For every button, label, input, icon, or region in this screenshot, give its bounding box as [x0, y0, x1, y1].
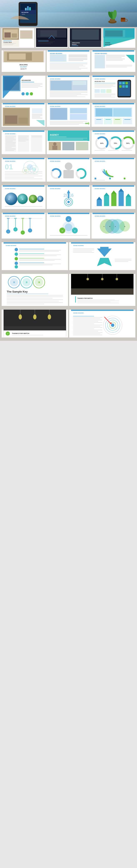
infographic-row8: ADOBE HEADING [0, 241, 137, 271]
template-starting-investment[interactable]: STARTING INVESTMENT [103, 28, 135, 48]
svg-rect-103 [22, 85, 40, 86]
svg-text:✓: ✓ [7, 333, 8, 335]
svg-rect-147 [3, 103, 44, 104]
svg-text:CLASSY: CLASSY [20, 66, 27, 68]
svg-text:ADOBE HEADING: ADOBE HEADING [95, 188, 105, 189]
template-3d-circles[interactable]: ADOBE HEADING [2, 185, 46, 209]
template-person-stat[interactable]: ADOBE HEADING [47, 158, 90, 182]
svg-rect-106 [22, 92, 25, 95]
template-arrow-infographic[interactable]: ADOBE HEADING [69, 242, 136, 270]
svg-rect-94 [106, 67, 127, 67]
svg-rect-171 [50, 124, 79, 125]
template-creative-work[interactable]: Creative Work [2, 28, 34, 48]
template-agency[interactable]: AGENCY [47, 130, 90, 154]
svg-rect-241 [108, 150, 119, 151]
svg-rect-422 [77, 300, 115, 300]
svg-rect-227 [52, 146, 57, 150]
svg-rect-116 [50, 91, 87, 92]
svg-rect-300 [97, 200, 102, 206]
svg-rect-370 [19, 254, 61, 255]
svg-rect-156 [32, 115, 42, 116]
template-interior-large[interactable]: ADOBE HEADING [2, 103, 46, 127]
template-vertical-timeline[interactable]: ADOBE HEADING [2, 242, 68, 270]
svg-text:A: A [104, 226, 105, 227]
template-house-chart[interactable]: ADOBE HEADING [91, 185, 135, 209]
svg-rect-459 [73, 327, 102, 328]
svg-rect-89 [106, 57, 122, 58]
svg-text:ADOBE HEADING: ADOBE HEADING [50, 53, 62, 54]
svg-rect-220 [50, 138, 87, 138]
svg-rect-141 [106, 89, 112, 93]
svg-rect-202 [5, 147, 12, 148]
svg-rect-154 [32, 108, 42, 114]
svg-text:①: ① [13, 281, 15, 283]
template-text-heavy[interactable]: ADOBE HEADING [2, 130, 46, 154]
template-inner-2[interactable]: ADOBE HEADING [91, 50, 135, 72]
svg-rect-456 [73, 323, 94, 324]
svg-rect-115 [73, 86, 86, 90]
svg-rect-405 [7, 300, 63, 300]
svg-rect-170 [50, 123, 87, 124]
svg-rect-272 [95, 180, 105, 180]
template-stats-page[interactable]: ADOBE HEADING [91, 103, 135, 127]
svg-rect-143 [95, 95, 115, 95]
svg-rect-209 [18, 138, 27, 138]
svg-rect-36 [40, 30, 57, 37]
svg-rect-383 [73, 249, 94, 249]
template-bar-chart[interactable]: ADOBE HEADING [91, 158, 135, 182]
svg-rect-100 [22, 82, 34, 82]
template-unbelievable[interactable]: UNBELIEVABLE PROJECT [69, 28, 102, 48]
template-target[interactable]: ADOBE HEADING [69, 310, 136, 338]
svg-rect-423 [77, 301, 119, 301]
template-building-classy[interactable]: BUILDING CLASSY QUALITY [2, 50, 46, 72]
svg-text:HEADLINE TITLE: HEADLINE TITLE [95, 81, 105, 82]
svg-rect-287 [5, 206, 42, 207]
svg-rect-152 [18, 118, 28, 124]
template-advanced[interactable]: ADVANCED [2, 75, 46, 99]
svg-rect-6 [27, 6, 29, 10]
hero-section: DECORATION DESIGN [0, 0, 137, 27]
template-numbered-stats[interactable]: ADOBE HEADING 01 [2, 158, 46, 182]
svg-rect-49 [72, 45, 78, 46]
svg-text:ADOBE HEADING: ADOBE HEADING [50, 161, 60, 162]
template-timeline[interactable]: ADOBE HEADING 2016 [47, 185, 90, 209]
svg-text:03: 03 [62, 230, 63, 231]
svg-rect-54 [105, 30, 123, 37]
template-thanks-watch[interactable]: ✓ THANKS FOR WATCH [2, 310, 68, 338]
template-dark-cover[interactable]: PERF [35, 28, 68, 48]
stat-pages-row5: ADOBE HEADING 01 ADOBE HEADING [0, 157, 137, 183]
svg-rect-145 [95, 97, 115, 97]
template-mobile-app[interactable]: ADOBE HEADING HEADLINE TITLE [91, 75, 135, 99]
template-donut-charts[interactable]: ADOBE HEADING 64% 78% 50% [91, 130, 135, 154]
svg-rect-304 [111, 194, 117, 206]
template-sample-key[interactable]: ① ② ③ The Sample Key [2, 274, 68, 306]
svg-rect-206 [18, 135, 29, 152]
svg-rect-452 [73, 318, 100, 319]
svg-rect-434 [3, 326, 66, 331]
svg-rect-271 [95, 178, 97, 179]
svg-rect-196 [5, 141, 13, 141]
svg-rect-457 [73, 325, 102, 325]
svg-rect-130 [119, 85, 122, 88]
template-portrait-page[interactable]: ADOBE HEADING [47, 103, 90, 127]
svg-rect-221 [50, 139, 83, 140]
svg-rect-183 [97, 119, 101, 120]
svg-text:③: ③ [38, 281, 40, 283]
svg-rect-41 [38, 42, 55, 42]
svg-rect-257 [5, 177, 34, 178]
svg-rect-229 [93, 130, 134, 132]
template-photo-page-1[interactable]: ADOBE HEADING [47, 75, 90, 99]
svg-rect-208 [18, 137, 29, 137]
svg-text:The Sample Key: The Sample Key [7, 290, 28, 293]
svg-rect-389 [115, 261, 128, 262]
svg-rect-198 [5, 143, 16, 144]
svg-rect-121 [50, 97, 85, 97]
template-overlap-circles[interactable]: ADOBE HEADING A B C D [91, 213, 135, 239]
template-inner-1[interactable]: ADOBE HEADING [47, 50, 90, 72]
svg-rect-358 [3, 242, 66, 244]
template-circular-process[interactable]: ADOBE HEADING 01 02 03 [47, 213, 90, 239]
template-interior-modern[interactable]: THANKS FOR WATCH [69, 274, 136, 306]
svg-rect-374 [19, 260, 55, 260]
svg-rect-269 [93, 158, 134, 159]
template-vertical-bar[interactable]: ADOBE HEADING 1 2 3 4 [2, 213, 46, 239]
